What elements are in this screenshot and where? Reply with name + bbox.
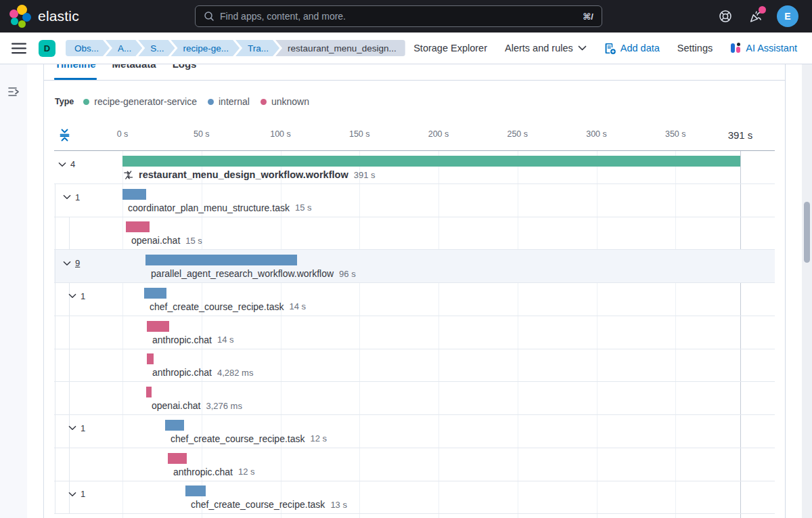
tab-bar-border (44, 80, 785, 81)
row-expand-toggle[interactable]: 4 (58, 159, 75, 169)
span-bar[interactable] (165, 420, 184, 431)
navigation-bar: D Obs...A...S...recipe-ge...Tra...restau… (0, 33, 812, 64)
nav-action-alerts-and-rules[interactable]: Alerts and rules (505, 43, 587, 53)
row-expand-toggle[interactable]: 1 (68, 291, 85, 301)
span-name: coordinator_plan_menu_structure.task (128, 202, 290, 213)
add-data-icon (604, 43, 616, 54)
legend-item: internal (208, 96, 250, 107)
nav-action-storage-explorer[interactable]: Storage Explorer (413, 43, 487, 53)
nav-action-ai-assistant[interactable]: AI Assistant (730, 43, 797, 53)
span-label[interactable]: chef_create_course_recipe.task13 s (191, 499, 347, 510)
span-bar[interactable] (122, 189, 146, 200)
span-label[interactable]: anthropic.chat14 s (152, 334, 234, 345)
scrollbar-track (802, 64, 812, 518)
span-name: anthropic.chat (152, 334, 212, 345)
waterfall-row[interactable]: 4restaurant_menu_design_workflow.workflo… (54, 151, 775, 184)
menu-button[interactable] (12, 43, 26, 54)
waterfall-row[interactable]: 1chef_create_course_recipe.task14 s (54, 283, 775, 316)
child-count[interactable]: 1 (81, 489, 85, 499)
nav-action-label: Storage Explorer (413, 43, 487, 53)
row-expand-toggle[interactable]: 1 (68, 489, 85, 499)
waterfall-row[interactable]: openai.chat3,276 ms (54, 382, 775, 415)
child-count[interactable]: 1 (81, 423, 85, 433)
span-label[interactable]: coordinator_plan_menu_structure.task15 s (128, 202, 312, 213)
indent-guide (55, 448, 55, 481)
breadcrumb-item[interactable]: recipe-ge... (171, 40, 240, 56)
axis-tick-label: 250 s (507, 129, 528, 139)
indent-guide (69, 316, 70, 349)
breadcrumb-item[interactable]: Tra... (235, 40, 279, 56)
waterfall-row[interactable]: 1chef_create_course_recipe.task12 s (54, 415, 775, 448)
span-label[interactable]: restaurant_menu_design_workflow.workflow… (123, 169, 375, 180)
child-count[interactable]: 1 (81, 291, 85, 301)
indent-guide (69, 448, 70, 481)
panel-divider (43, 64, 44, 518)
span-label[interactable]: openai.chat3,276 ms (152, 400, 242, 411)
span-label[interactable]: parallel_agent_research_workflow.workflo… (151, 268, 356, 279)
span-label[interactable]: anthropic.chat4,282 ms (152, 367, 253, 378)
breadcrumb-item[interactable]: S... (138, 40, 175, 56)
waterfall-row[interactable]: 1coordinator_plan_menu_structure.task15 … (54, 184, 775, 217)
waterfall-row[interactable]: anthropic.chat14 s (54, 316, 775, 349)
nav-action-label: Settings (677, 43, 713, 53)
breadcrumb-item[interactable]: Obs... (66, 40, 110, 56)
collapse-all-button[interactable] (58, 127, 71, 146)
indent-guide (55, 349, 55, 381)
child-count[interactable]: 9 (75, 258, 80, 268)
axis-tick-label: 350 s (665, 129, 686, 139)
axis-tick-label: 100 s (270, 129, 291, 139)
span-duration: 13 s (330, 500, 347, 510)
legend-label: internal (219, 96, 250, 107)
span-label[interactable]: anthropic.chat12 s (173, 467, 255, 477)
collapsed-sidebar (0, 64, 27, 518)
waterfall-row[interactable]: openai.chat15 s (54, 217, 775, 250)
waterfall-row[interactable]: 1chef_create_course_recipe.task13 s (54, 481, 775, 514)
newsfeed-button[interactable] (747, 8, 763, 24)
span-duration: 3,276 ms (206, 401, 242, 411)
span-label[interactable]: openai.chat15 s (131, 235, 202, 246)
span-bar[interactable] (147, 321, 169, 332)
span-duration: 12 s (238, 467, 255, 477)
row-expand-toggle[interactable]: 1 (63, 192, 80, 202)
legend-item: recipe-generator-service (83, 96, 197, 107)
span-bar[interactable] (122, 156, 740, 167)
expand-sidebar-button[interactable] (7, 86, 20, 100)
span-bar[interactable] (145, 255, 297, 265)
indent-guide (55, 481, 55, 513)
breadcrumb-item[interactable]: restaurant_menu_design... (275, 40, 405, 56)
waterfall-row[interactable]: anthropic.chat4,282 ms (54, 349, 775, 382)
span-bar[interactable] (144, 288, 166, 299)
legend-dot (83, 99, 89, 105)
chevron-down-icon (63, 194, 71, 200)
breadcrumb-item[interactable]: A... (106, 40, 142, 56)
span-label[interactable]: chef_create_course_recipe.task14 s (150, 301, 306, 312)
waterfall-row[interactable]: 9parallel_agent_research_workflow.workfl… (54, 250, 775, 283)
help-button[interactable] (717, 8, 734, 24)
axis-tick-label: 50 s (194, 129, 210, 139)
deployment-badge[interactable]: D (39, 40, 55, 57)
legend-label: recipe-generator-service (94, 96, 197, 107)
elastic-logo[interactable]: elastic (9, 5, 79, 28)
notification-dot (759, 6, 766, 14)
span-bar[interactable] (146, 387, 152, 397)
span-bar[interactable] (126, 221, 150, 232)
waterfall-row[interactable]: anthropic.chat12 s (54, 448, 775, 481)
row-expand-toggle[interactable]: 1 (68, 423, 85, 433)
span-label[interactable]: chef_create_course_recipe.task12 s (171, 433, 327, 444)
expand-sidebar-icon (7, 86, 20, 98)
child-count[interactable]: 4 (70, 159, 75, 169)
span-bar[interactable] (147, 353, 154, 364)
span-duration: 96 s (339, 269, 356, 279)
span-name: parallel_agent_research_workflow.workflo… (151, 268, 334, 279)
span-link-icon (123, 170, 133, 180)
nav-action-settings[interactable]: Settings (677, 43, 713, 53)
row-expand-toggle[interactable]: 9 (63, 258, 80, 268)
user-avatar[interactable]: E (777, 5, 798, 27)
child-count[interactable]: 1 (75, 192, 80, 202)
span-name: anthropic.chat (152, 367, 212, 378)
span-bar[interactable] (168, 453, 187, 464)
span-bar[interactable] (185, 485, 206, 496)
nav-action-add-data[interactable]: Add data (604, 43, 660, 54)
search-input[interactable]: Find apps, content, and more. ⌘/ (195, 5, 602, 27)
scrollbar-thumb[interactable] (804, 202, 810, 263)
